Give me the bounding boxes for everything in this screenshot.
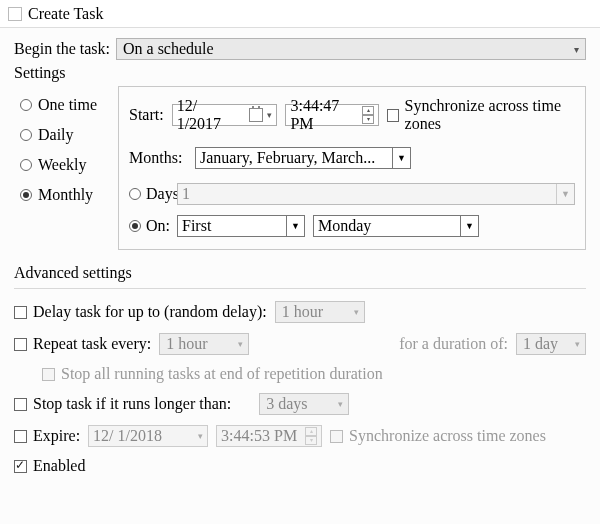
on-label: On:: [146, 217, 170, 235]
chevron-down-icon: ▼: [286, 216, 304, 236]
duration-value-select: 1 day: [516, 333, 586, 355]
new-trigger-dialog: New Trigger × Begin the task: On a sched…: [0, 0, 600, 524]
radio-daily[interactable]: Daily: [20, 126, 106, 144]
radio-on[interactable]: [129, 220, 141, 232]
radio-one-time[interactable]: One time: [20, 96, 106, 114]
expire-row: Expire: 12/ 1/2018 ▾ 3:44:53 PM ▴▾ Synch…: [14, 425, 586, 447]
time-spinner: ▴▾: [305, 427, 317, 445]
enabled-row: Enabled: [14, 457, 586, 475]
expire-date-picker: 12/ 1/2018 ▾: [88, 425, 208, 447]
months-select[interactable]: January, February, March... ▼: [195, 147, 411, 169]
chevron-down-icon: ▾: [267, 110, 272, 120]
months-row: Months: January, February, March... ▼: [129, 147, 575, 169]
stop-if-row: Stop task if it runs longer than: 3 days: [14, 393, 586, 415]
chevron-down-icon: ▼: [556, 184, 574, 204]
radio-weekly[interactable]: Weekly: [20, 156, 106, 174]
days-row: Days: 1 ▼: [129, 183, 575, 205]
expire-sync-checkbox: Synchronize across time zones: [330, 427, 546, 445]
delay-value-select: 1 hour: [275, 301, 365, 323]
settings-title: Settings: [14, 64, 586, 82]
start-date-picker[interactable]: 12/ 1/2017 ▾: [172, 104, 278, 126]
on-dayofweek-select[interactable]: Monday ▼: [313, 215, 479, 237]
app-icon: [8, 7, 22, 21]
duration-label: for a duration of:: [399, 335, 508, 353]
days-value: 1: [182, 185, 190, 203]
repeat-row: Repeat task every: 1 hour for a duration…: [14, 333, 586, 355]
time-spinner[interactable]: ▴▾: [362, 106, 374, 124]
start-time-picker[interactable]: 3:44:47 PM ▴▾: [285, 104, 379, 126]
stop-if-checkbox[interactable]: Stop task if it runs longer than:: [14, 395, 231, 413]
delay-row: Delay task for up to (random delay): 1 h…: [14, 301, 586, 323]
schedule-type-group: One time Daily Weekly Monthly: [14, 86, 110, 250]
delay-checkbox[interactable]: Delay task for up to (random delay):: [14, 303, 267, 321]
repeat-checkbox[interactable]: Repeat task every:: [14, 335, 151, 353]
on-row: On: First ▼ Monday ▼: [129, 215, 575, 237]
advanced-settings: Delay task for up to (random delay): 1 h…: [14, 288, 586, 475]
months-label: Months:: [129, 149, 187, 167]
background-titlebar: Create Task: [0, 0, 600, 28]
expire-date-value: 12/ 1/2018: [93, 427, 194, 445]
dialog-body: Begin the task: On a schedule Settings O…: [0, 28, 600, 487]
days-on-group: Days: 1 ▼ On: First: [129, 183, 575, 237]
radio-monthly[interactable]: Monthly: [20, 186, 106, 204]
on-dayofweek-value: Monday: [318, 217, 371, 235]
settings-area: One time Daily Weekly Monthly Start: 12/…: [14, 86, 586, 250]
advanced-title: Advanced settings: [14, 264, 586, 282]
enabled-checkbox[interactable]: Enabled: [14, 457, 85, 475]
begin-task-label: Begin the task:: [14, 40, 110, 58]
start-time-value: 3:44:47 PM: [290, 97, 360, 133]
repeat-value-select: 1 hour: [159, 333, 249, 355]
stop-all-row: Stop all running tasks at end of repetit…: [14, 365, 586, 383]
months-value: January, February, March...: [200, 149, 375, 167]
start-date-value: 12/ 1/2017: [177, 97, 246, 133]
sync-timezones-checkbox[interactable]: Synchronize across time zones: [387, 97, 575, 133]
on-ordinal-select[interactable]: First ▼: [177, 215, 305, 237]
chevron-down-icon: ▾: [198, 431, 203, 441]
stop-if-value-select: 3 days: [259, 393, 349, 415]
begin-task-row: Begin the task: On a schedule: [14, 38, 586, 60]
begin-task-select[interactable]: On a schedule: [116, 38, 586, 60]
on-ordinal-value: First: [182, 217, 211, 235]
chevron-down-icon: ▼: [460, 216, 478, 236]
background-title: Create Task: [28, 5, 103, 23]
start-row: Start: 12/ 1/2017 ▾ 3:44:47 PM ▴▾ Synchr…: [129, 97, 575, 133]
expire-time-picker: 3:44:53 PM ▴▾: [216, 425, 322, 447]
days-select: 1 ▼: [177, 183, 575, 205]
radio-days[interactable]: [129, 188, 141, 200]
chevron-down-icon: ▼: [392, 148, 410, 168]
stop-all-checkbox: Stop all running tasks at end of repetit…: [42, 365, 383, 383]
begin-task-value: On a schedule: [123, 40, 214, 58]
calendar-icon: [249, 108, 263, 122]
expire-time-value: 3:44:53 PM: [221, 427, 303, 445]
settings-detail-panel: Start: 12/ 1/2017 ▾ 3:44:47 PM ▴▾ Synchr…: [118, 86, 586, 250]
expire-checkbox[interactable]: Expire:: [14, 427, 80, 445]
start-label: Start:: [129, 106, 164, 124]
